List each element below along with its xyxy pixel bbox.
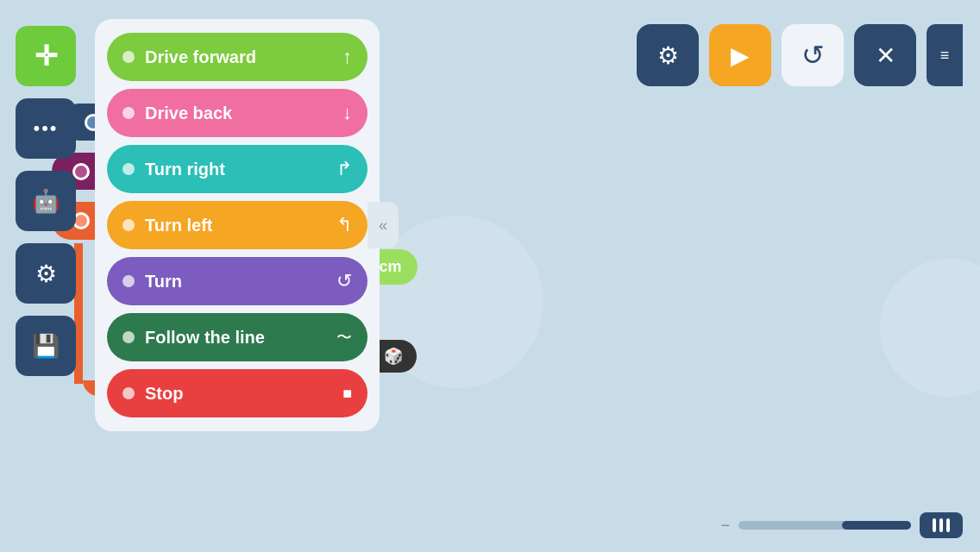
scroll-handle[interactable]: [920, 512, 963, 538]
sidebar-btn-robot[interactable]: 🤖: [16, 171, 76, 231]
dice-icon: 🎲: [384, 347, 403, 366]
wave-icon: 〜: [336, 327, 352, 348]
crosshair-icon: ✛: [35, 40, 58, 72]
drive-unit-label: cm: [380, 258, 402, 275]
scrollbar-area: −: [720, 512, 963, 538]
palette-block-follow-line[interactable]: Follow the line 〜: [107, 313, 368, 361]
dot-indicator: [122, 387, 135, 399]
collapse-palette-button[interactable]: «: [368, 202, 399, 248]
dot-indicator: [122, 331, 135, 343]
zoom-thumb[interactable]: [842, 521, 911, 530]
palette-block-turn[interactable]: Turn ↺: [107, 257, 368, 305]
gear-icon: ⚙: [35, 260, 57, 288]
palette-block-turn-left[interactable]: Turn left ↰: [107, 201, 368, 249]
toolbar: ⚙ ▶ ↺ ✕ ≡: [637, 24, 963, 86]
turn-label: Turn: [145, 272, 336, 292]
block-palette: Drive forward ↑ Drive back ↓ Turn right …: [95, 19, 380, 431]
dot-indicator: [122, 219, 135, 231]
settings-button[interactable]: ⚙: [637, 24, 699, 86]
dot-indicator: [122, 107, 135, 119]
palette-block-drive-forward[interactable]: Drive forward ↑: [107, 33, 368, 81]
dots-icon: •••: [33, 117, 58, 140]
reset-icon: ↺: [801, 39, 825, 72]
dot-indicator: [122, 163, 135, 175]
follow-line-label: Follow the line: [145, 328, 336, 348]
reset-button[interactable]: ↺: [782, 24, 844, 86]
close-icon: ✕: [876, 41, 895, 70]
zoom-minus[interactable]: −: [720, 517, 730, 535]
close-button[interactable]: ✕: [854, 24, 916, 86]
turn-left-icon: ↰: [336, 214, 352, 236]
sidebar-btn-movement[interactable]: ✛: [16, 26, 76, 86]
zoom-track[interactable]: [738, 521, 911, 530]
sidebar-btn-more[interactable]: •••: [16, 98, 76, 159]
palette-block-drive-back[interactable]: Drive back ↓: [107, 89, 368, 137]
lines-icon: ≡: [940, 47, 950, 65]
sidebar-btn-save[interactable]: 💾: [16, 316, 76, 376]
play-icon: ▶: [731, 41, 750, 70]
sidebar-btn-settings[interactable]: ⚙: [16, 243, 76, 304]
turn-right-label: Turn right: [145, 160, 336, 179]
cycle-icon: ↺: [336, 270, 352, 292]
turn-right-icon: ↱: [336, 158, 352, 180]
play-button[interactable]: ▶: [709, 24, 771, 86]
palette-block-turn-right[interactable]: Turn right ↱: [107, 145, 368, 193]
arrow-up-icon: ↑: [342, 46, 352, 68]
arrow-down-icon: ↓: [342, 102, 352, 124]
save-icon: 💾: [32, 333, 60, 360]
dot-indicator: [122, 275, 135, 287]
robot-icon: 🤖: [32, 188, 60, 215]
palette-block-stop[interactable]: Stop ■: [107, 369, 368, 417]
drive-back-label: Drive back: [145, 104, 342, 123]
chevron-left-icon: «: [379, 216, 387, 235]
stop-icon: ■: [342, 385, 352, 403]
stop-label: Stop: [145, 384, 342, 404]
lines-button[interactable]: ≡: [927, 24, 963, 86]
dot-indicator: [122, 51, 135, 63]
turn-left-label: Turn left: [145, 216, 336, 235]
sidebar: ✛ ••• 🤖 ⚙ 💾: [16, 26, 76, 376]
drive-forward-label: Drive forward: [145, 47, 342, 67]
gear-icon: ⚙: [657, 41, 679, 70]
